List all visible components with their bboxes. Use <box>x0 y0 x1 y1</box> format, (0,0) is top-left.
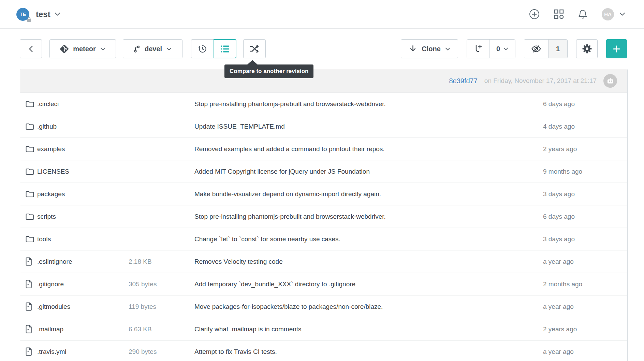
commit-message-link[interactable]: Added MIT Copyright license for jQuery u… <box>192 168 540 175</box>
table-row[interactable]: .github Update ISSUE_TEMPLATE.md 4 days … <box>20 115 627 138</box>
commit-message-link[interactable]: Change `let` to `const` for some nearby … <box>192 235 540 243</box>
user-menu[interactable]: HA <box>602 8 625 20</box>
file-name-link[interactable]: packages <box>37 190 126 198</box>
last-modified-time: a year ago <box>540 348 627 356</box>
open-merge-request-button[interactable] <box>467 40 489 58</box>
commit-message-link[interactable]: Move packages-for-isopackets/blaze to pa… <box>192 303 540 311</box>
back-button[interactable] <box>20 39 42 58</box>
last-modified-time: 4 days ago <box>540 123 627 130</box>
commit-message-link[interactable]: Stop pre-installing phantomjs-prebuilt a… <box>192 213 540 220</box>
file-name-link[interactable]: .travis.yml <box>37 348 126 356</box>
table-row[interactable]: .travis.yml 290 bytes Attempt to fix Tra… <box>20 340 627 361</box>
file-name-link[interactable]: .circleci <box>37 100 126 108</box>
clone-button-label: Clone <box>422 45 441 53</box>
file-size: 119 bytes <box>126 303 192 311</box>
folder-icon <box>26 168 37 175</box>
merge-request-count-value: 0 <box>496 45 500 53</box>
file-icon <box>26 347 37 356</box>
lock-icon <box>27 17 31 22</box>
table-row[interactable]: packages Make bundle-visualizer depend o… <box>20 183 627 205</box>
branch-add-icon <box>474 44 482 53</box>
last-modified-time: 2 months ago <box>540 280 627 288</box>
commit-message-link[interactable]: Make bundle-visualizer depend on dynamic… <box>192 190 540 198</box>
last-modified-time: 9 months ago <box>540 168 627 175</box>
files-list-view-button[interactable] <box>214 39 236 58</box>
file-name-link[interactable]: .gitignore <box>37 280 126 288</box>
bot-avatar-icon <box>603 74 617 88</box>
compare-revision-button[interactable] <box>243 39 266 58</box>
last-modified-time: 6 days ago <box>540 100 627 108</box>
file-name-link[interactable]: .eslintignore <box>37 258 126 265</box>
watcher-count[interactable]: 1 <box>548 40 567 58</box>
table-row[interactable]: tools Change `let` to `const` for some n… <box>20 228 627 250</box>
table-row[interactable]: .eslintignore 2.18 KB Removes Velocity t… <box>20 250 627 273</box>
file-size: 290 bytes <box>126 348 192 356</box>
file-icon <box>26 325 37 333</box>
table-row[interactable]: .gitmodules 119 bytes Move packages-for-… <box>20 295 627 318</box>
commit-hash-link[interactable]: 8e39fd77 <box>449 77 477 85</box>
chevron-down-icon <box>445 47 450 51</box>
file-name-link[interactable]: tools <box>37 235 126 243</box>
history-view-button[interactable] <box>191 39 214 58</box>
file-browser-table: 8e39fd77 on Friday, November 17, 2017 at… <box>20 69 628 361</box>
list-view-icon <box>220 45 230 53</box>
file-name-link[interactable]: examples <box>37 145 126 153</box>
branch-icon <box>134 45 140 53</box>
file-name-link[interactable]: LICENSES <box>37 168 126 175</box>
file-icon <box>26 257 37 266</box>
notifications-button[interactable] <box>578 9 587 19</box>
file-name-link[interactable]: .github <box>37 123 126 130</box>
project-avatar-initials: TE <box>19 11 26 17</box>
file-name-link[interactable]: scripts <box>37 213 126 220</box>
project-menu[interactable]: TE test <box>16 8 60 21</box>
table-row[interactable]: .gitignore 305 bytes Add temporary `dev_… <box>20 273 627 295</box>
table-row[interactable]: scripts Stop pre-installing phantomjs-pr… <box>20 205 627 228</box>
chevron-down-icon <box>100 47 105 51</box>
repo-settings-button[interactable] <box>576 39 598 58</box>
apps-grid-icon <box>554 9 564 19</box>
commit-message-link[interactable]: Add temporary `dev_bundle_XXX` directory… <box>192 280 540 288</box>
file-icon <box>26 280 37 288</box>
commit-message-link[interactable]: Update ISSUE_TEMPLATE.md <box>192 123 540 130</box>
folder-icon <box>26 123 37 130</box>
file-name-link[interactable]: .mailmap <box>37 326 126 333</box>
view-mode-switcher <box>191 39 236 58</box>
file-name-link[interactable]: .gitmodules <box>37 303 126 311</box>
commit-message-link[interactable]: Clarify what .mailmap is in comments <box>192 326 540 333</box>
clone-button[interactable]: Clone <box>401 39 458 58</box>
branch-selector[interactable]: devel <box>123 39 182 58</box>
unwatch-button[interactable] <box>524 40 548 58</box>
file-size: 305 bytes <box>126 280 192 288</box>
topbar: TE test HA <box>0 0 644 29</box>
plus-circle-icon <box>529 9 540 19</box>
commit-header: 8e39fd77 on Friday, November 17, 2017 at… <box>20 69 627 92</box>
last-modified-time: a year ago <box>540 258 627 265</box>
merge-request-control: 0 <box>467 39 515 58</box>
add-file-button[interactable] <box>606 39 627 58</box>
commit-message-link[interactable]: Removes Velocity testing code <box>192 258 540 265</box>
folder-icon <box>26 190 37 198</box>
last-modified-time: 3 days ago <box>540 235 627 243</box>
file-size: 2.18 KB <box>126 258 192 265</box>
eye-off-icon <box>531 44 541 53</box>
watch-control: 1 <box>524 39 568 58</box>
history-icon <box>197 44 207 54</box>
last-modified-time: 2 years ago <box>540 326 627 333</box>
merge-request-count[interactable]: 0 <box>489 40 515 58</box>
table-row[interactable]: .mailmap 6.63 KB Clarify what .mailmap i… <box>20 318 627 340</box>
compare-icon <box>250 45 259 53</box>
file-browser-toolbar: meteor devel <box>20 39 627 58</box>
create-new-button[interactable] <box>529 9 540 19</box>
table-row[interactable]: examples Removed examples and added a co… <box>20 138 627 160</box>
folder-icon <box>26 213 37 220</box>
commit-message-link[interactable]: Stop pre-installing phantomjs-prebuilt a… <box>192 100 540 108</box>
commit-message-link[interactable]: Attempt to fix Travis CI tests. <box>192 348 540 356</box>
apps-menu-button[interactable] <box>554 9 564 19</box>
user-avatar-initials: HA <box>604 11 612 17</box>
commit-message-link[interactable]: Removed examples and added a command to … <box>192 145 540 153</box>
repo-selector[interactable]: meteor <box>49 39 116 58</box>
table-row[interactable]: .circleci Stop pre-installing phantomjs-… <box>20 92 627 115</box>
chevron-down-icon <box>503 47 508 50</box>
download-icon <box>409 45 417 53</box>
table-row[interactable]: LICENSES Added MIT Copyright license for… <box>20 160 627 183</box>
